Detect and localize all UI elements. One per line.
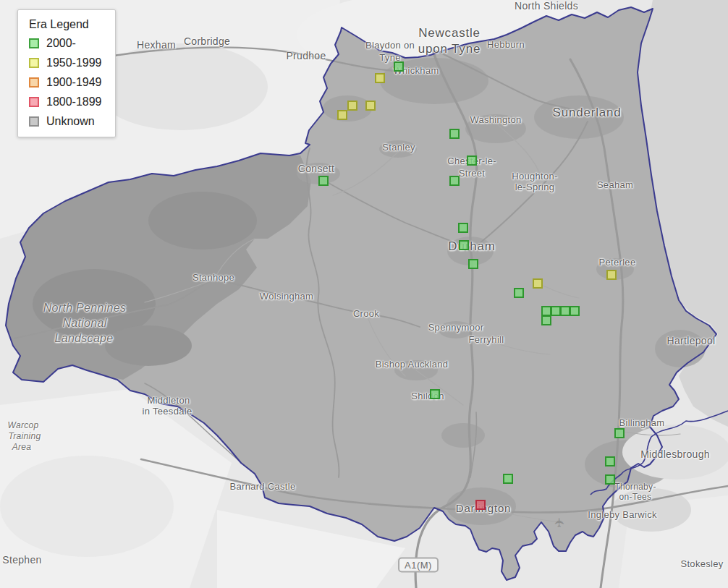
era-marker[interactable]	[467, 155, 477, 166]
era-marker[interactable]	[605, 474, 615, 485]
era-marker[interactable]	[551, 306, 561, 316]
legend-item-label: 2000-	[46, 38, 76, 49]
era-marker[interactable]	[449, 176, 460, 186]
era-marker[interactable]	[560, 306, 570, 316]
legend-swatch-icon	[29, 38, 39, 48]
legend-item-label: Unknown	[46, 116, 95, 127]
era-marker[interactable]	[459, 240, 469, 250]
era-marker[interactable]	[606, 270, 617, 280]
legend-swatch-icon	[29, 77, 39, 88]
era-marker[interactable]	[503, 474, 513, 484]
era-marker[interactable]	[533, 278, 543, 289]
era-marker[interactable]	[570, 306, 580, 316]
era-marker[interactable]	[347, 101, 357, 111]
legend-item: 1900-1949	[29, 77, 102, 88]
legend-item: 1800-1899	[29, 96, 102, 108]
era-marker[interactable]	[475, 500, 486, 510]
era-marker[interactable]	[375, 73, 385, 83]
era-marker[interactable]	[318, 176, 329, 186]
era-marker[interactable]	[365, 101, 376, 111]
era-marker[interactable]	[394, 61, 404, 72]
legend-swatch-icon	[29, 58, 39, 68]
era-marker[interactable]	[458, 223, 468, 233]
legend-swatch-icon	[29, 97, 39, 107]
era-marker[interactable]	[468, 259, 478, 269]
legend-item: 2000-	[29, 38, 102, 49]
era-marker[interactable]	[430, 389, 440, 399]
airport-icon: ✈	[552, 517, 567, 527]
map-canvas[interactable]: ✈ North ShieldsNewcastleupon TyneHebburn…	[0, 0, 728, 588]
era-marker[interactable]	[541, 306, 551, 316]
legend-swatch-icon	[29, 116, 39, 127]
era-marker[interactable]	[514, 288, 524, 298]
era-marker[interactable]	[541, 315, 551, 325]
era-marker[interactable]	[337, 110, 347, 120]
legend-item-label: 1950-1999	[46, 57, 102, 69]
legend-item-label: 1800-1899	[46, 96, 102, 108]
era-legend: Era Legend 2000-1950-19991900-19491800-1…	[17, 9, 116, 137]
legend-item-label: 1900-1949	[46, 77, 102, 88]
era-marker[interactable]	[614, 428, 625, 438]
road-badge-a1m: A1(M)	[398, 558, 439, 573]
era-marker[interactable]	[605, 456, 615, 466]
legend-item: 1950-1999	[29, 57, 102, 69]
legend-item: Unknown	[29, 116, 102, 127]
era-marker[interactable]	[449, 129, 460, 139]
legend-title: Era Legend	[29, 18, 102, 31]
